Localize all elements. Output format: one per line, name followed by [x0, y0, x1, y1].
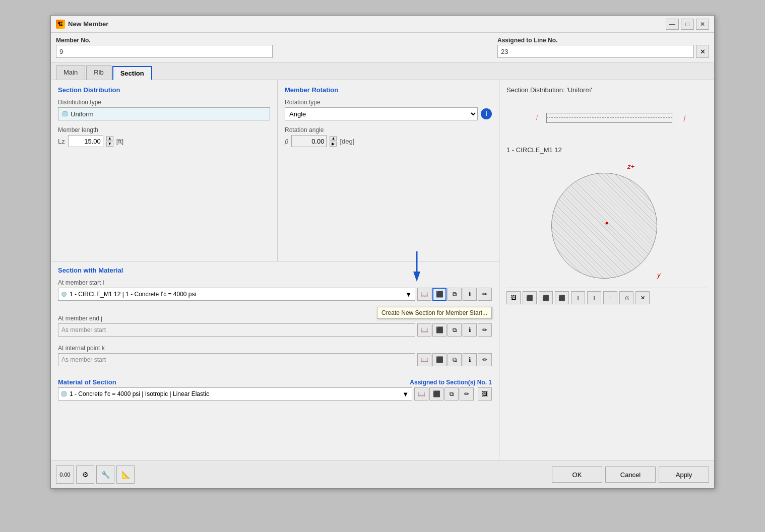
maximize-button[interactable]: □: [681, 19, 694, 30]
y-axis-label: y: [657, 271, 661, 279]
material-title: Material of Section: [58, 378, 116, 386]
material-chevron[interactable]: ▼: [402, 390, 409, 398]
start-i-info-btn[interactable]: ℹ: [463, 288, 477, 301]
internal-k-copy-btn[interactable]: ⧉: [448, 353, 462, 366]
right-tool-6[interactable]: I: [587, 291, 601, 304]
assigned-btn[interactable]: ✕: [696, 45, 709, 58]
internal-k-new-btn[interactable]: ⬛: [432, 353, 447, 366]
end-j-value: As member start: [61, 326, 412, 334]
tooltip-create-section: Create New Section for Member Start...: [377, 307, 492, 319]
rot-angle-label: Rotation angle: [285, 126, 492, 134]
internal-k-edit-btn[interactable]: ✏: [478, 353, 492, 366]
app-icon: 🏗: [56, 20, 65, 29]
center-dot: [606, 222, 608, 225]
dialog-title: New Member: [68, 20, 108, 28]
start-i-icon-btns: 📖 ⬛ ⧉ ℹ ✏: [417, 288, 492, 301]
ok-button[interactable]: OK: [552, 467, 602, 483]
cancel-button[interactable]: Cancel: [605, 467, 656, 483]
close-button[interactable]: ✕: [696, 19, 709, 30]
internal-k-info-btn[interactable]: ℹ: [463, 353, 477, 366]
lz-input[interactable]: [68, 135, 103, 147]
member-no-group: Member No.: [56, 37, 273, 58]
rot-type-dropdown-row: Angle i: [285, 107, 492, 120]
assigned-line-input[interactable]: [497, 45, 694, 58]
assigned-line-label: Assigned to Line No.: [497, 37, 709, 44]
material-book-btn[interactable]: 📖: [414, 387, 428, 401]
tabs-bar: Main Rib Section: [51, 62, 714, 80]
rot-type-info-btn[interactable]: i: [481, 108, 492, 119]
top-fields: Member No. Assigned to Line No. ✕: [51, 33, 714, 62]
bottom-tool-coords[interactable]: 0.00: [56, 466, 74, 484]
title-bar: 🏗 New Member — □ ✕: [51, 16, 714, 33]
member-rot-title: Member Rotation: [285, 86, 492, 94]
bottom-tool-compass[interactable]: 📐: [116, 466, 135, 484]
lz-up[interactable]: ▲: [106, 136, 113, 141]
bottom-left-tools: 0.00 ⚙ 🔧 📐: [56, 466, 135, 484]
end-j-dropdown-row: As member start 📖 ⬛ ⧉ ℹ ✏: [58, 323, 492, 337]
lz-down[interactable]: ▼: [106, 142, 113, 147]
material-edit-btn[interactable]: ✏: [460, 387, 474, 401]
material-row: Material of Section Assigned to Section(…: [58, 378, 492, 401]
material-copy-btn[interactable]: ⧉: [444, 387, 459, 401]
beta-input[interactable]: [291, 135, 327, 147]
start-i-row: At member start i 1 - CIRCLE_M1 12 | 1 -…: [58, 279, 492, 301]
apply-button[interactable]: Apply: [659, 467, 709, 483]
bottom-tool-wrench[interactable]: 🔧: [96, 466, 114, 484]
beta-right[interactable]: ▶: [330, 142, 337, 147]
section-distribution-panel: Section Distribution Distribution type U…: [51, 80, 278, 261]
end-j-info-btn[interactable]: ℹ: [463, 323, 477, 337]
start-i-label: At member start i: [58, 279, 492, 286]
sections-bottom: Section with Material At member start i …: [51, 261, 499, 459]
material-extra-btn[interactable]: 🖼: [478, 387, 492, 401]
start-i-new-btn[interactable]: ⬛: [432, 288, 447, 301]
end-j-edit-btn[interactable]: ✏: [478, 323, 492, 337]
rot-type-select[interactable]: Angle: [285, 107, 478, 120]
internal-k-book-btn[interactable]: 📖: [417, 353, 431, 366]
end-j-new-btn[interactable]: ⬛: [432, 323, 447, 337]
right-tool-4[interactable]: ⬛: [555, 291, 569, 304]
bottom-bar: 0.00 ⚙ 🔧 📐 OK Cancel Apply: [51, 460, 714, 488]
member-rotation-panel: Member Rotation Rotation type Angle i Ro…: [278, 80, 499, 261]
section-dist-uniform-label: Section Distribution: 'Uniform': [506, 86, 707, 94]
start-i-copy-btn[interactable]: ⧉: [448, 288, 462, 301]
beta-up[interactable]: ▲: [330, 136, 337, 141]
start-i-chevron[interactable]: ▼: [405, 291, 412, 298]
material-value: 1 - Concrete f'c = 4000 psi | Isotropic …: [70, 390, 399, 397]
right-tool-1[interactable]: 🖼: [506, 291, 521, 304]
tab-rib[interactable]: Rib: [86, 65, 111, 80]
right-tool-8[interactable]: 🖨: [619, 291, 633, 304]
right-tool-9[interactable]: ✕: [635, 291, 650, 304]
right-tool-7[interactable]: ≡: [603, 291, 617, 304]
section-dist-title: Section Distribution: [58, 86, 270, 94]
start-i-edit-btn[interactable]: ✏: [478, 288, 492, 301]
material-assigned-label: Assigned to Section(s) No. 1: [410, 379, 492, 386]
top-panel-row: Section Distribution Distribution type U…: [51, 80, 499, 261]
end-j-copy-btn[interactable]: ⧉: [448, 323, 462, 337]
dist-type-label: Distribution type: [58, 99, 270, 106]
content-area: Section Distribution Distribution type U…: [51, 80, 714, 459]
right-tool-3[interactable]: ⬛: [539, 291, 553, 304]
right-tool-5[interactable]: I: [571, 291, 585, 304]
member-i-label: i: [536, 114, 538, 121]
tab-section[interactable]: Section: [112, 66, 152, 80]
section-name-label: 1 - CIRCLE_M1 12: [506, 146, 707, 154]
right-tool-2[interactable]: ⬛: [523, 291, 537, 304]
start-i-dropdown-row: 1 - CIRCLE_M1 12 | 1 - Concrete f'c = 40…: [58, 288, 492, 301]
bottom-tool-gear[interactable]: ⚙: [76, 466, 94, 484]
tab-main[interactable]: Main: [56, 65, 85, 80]
material-new-btn[interactable]: ⬛: [429, 387, 443, 401]
title-bar-left: 🏗 New Member: [56, 20, 108, 29]
assigned-line-group: Assigned to Line No. ✕: [497, 37, 709, 58]
member-no-input[interactable]: [56, 45, 273, 58]
circle-preview: z+ y: [546, 163, 667, 284]
svg-marker-1: [413, 272, 420, 282]
member-rect: [546, 113, 672, 123]
empty-group: [277, 37, 493, 58]
member-line-container: i j: [536, 110, 677, 125]
right-toolbar: 🖼 ⬛ ⬛ ⬛ I I ≡ 🖨 ✕: [506, 288, 707, 307]
end-j-book-btn[interactable]: 📖: [417, 323, 431, 337]
minimize-button[interactable]: —: [666, 19, 679, 30]
rot-angle-row: Rotation angle β ▲ ▶ [deg]: [285, 126, 492, 147]
member-length-row: Member length Lz ▲ ▼ [ft]: [58, 126, 270, 147]
start-i-book-btn[interactable]: 📖: [417, 288, 431, 301]
